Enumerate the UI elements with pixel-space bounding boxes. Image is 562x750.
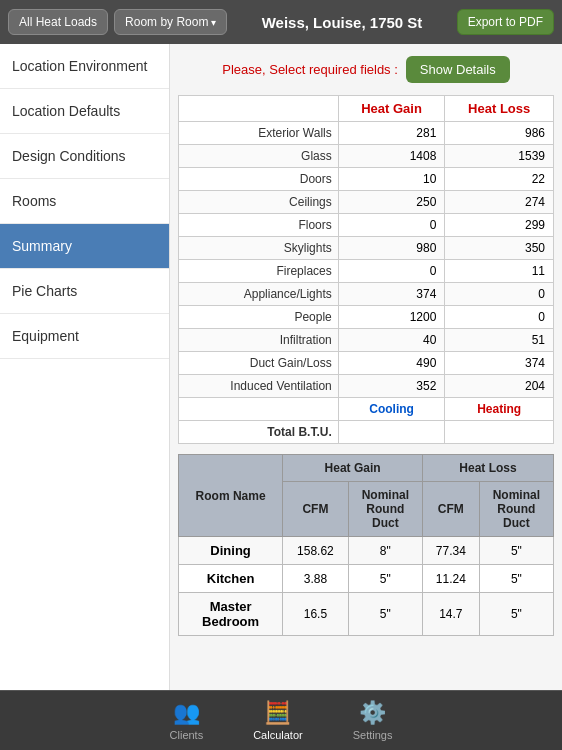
heating-label: Heating xyxy=(445,398,554,421)
room-name-cell: MasterBedroom xyxy=(179,593,283,636)
cooling-value: 5385 xyxy=(338,421,445,444)
table-row: Doors 10 22 xyxy=(179,168,554,191)
heat-loss-value: 22 xyxy=(445,168,554,191)
row-label: Floors xyxy=(179,214,339,237)
export-pdf-button[interactable]: Export to PDF xyxy=(457,9,554,35)
row-label: Induced Ventilation xyxy=(179,375,339,398)
heat-gain-value: 281 xyxy=(338,122,445,145)
table-row: Kitchen 3.88 5" 11.24 5" xyxy=(179,565,554,593)
sidebar-item-equipment[interactable]: Equipment xyxy=(0,314,169,359)
room-name-cell: Dining xyxy=(179,537,283,565)
heat-gain-value: 10 xyxy=(338,168,445,191)
heat-gain-header: Heat Gain xyxy=(338,96,445,122)
notice-bar: Please, Select required fields : Show De… xyxy=(178,52,554,87)
sidebar-item-location-defaults[interactable]: Location Defaults xyxy=(0,89,169,134)
table-row: Infiltration 40 51 xyxy=(179,329,554,352)
hg-cfm-cell: 158.62 xyxy=(283,537,349,565)
room-by-room-button[interactable]: Room by Room xyxy=(114,9,227,35)
heat-loss-value: 0 xyxy=(445,283,554,306)
heat-gain-value: 1408 xyxy=(338,145,445,168)
table-row: Fireplaces 0 11 xyxy=(179,260,554,283)
heat-gain-value: 1200 xyxy=(338,306,445,329)
notice-text: Please, Select required fields : xyxy=(222,62,398,77)
sidebar-item-summary[interactable]: Summary xyxy=(0,224,169,269)
show-details-button[interactable]: Show Details xyxy=(406,56,510,83)
room-table: Room Name Heat Gain Heat Loss CFM Nomina… xyxy=(178,454,554,636)
hl-cfm-cell: 11.24 xyxy=(422,565,479,593)
heat-loss-value: 1539 xyxy=(445,145,554,168)
heat-gain-value: 980 xyxy=(338,237,445,260)
calculator-icon: 🧮 xyxy=(264,700,291,726)
nav-item-settings[interactable]: ⚙️ Settings xyxy=(353,700,393,741)
table-row: Appliance/Lights 374 0 xyxy=(179,283,554,306)
bottom-nav: 👥 Clients 🧮 Calculator ⚙️ Settings xyxy=(0,690,562,750)
hg-duct-header: NominalRoundDuct xyxy=(348,482,422,537)
heat-loss-value: 374 xyxy=(445,352,554,375)
heat-loss-value: 299 xyxy=(445,214,554,237)
row-label xyxy=(179,398,339,421)
row-label: Doors xyxy=(179,168,339,191)
settings-label: Settings xyxy=(353,729,393,741)
sidebar-item-pie-charts[interactable]: Pie Charts xyxy=(0,269,169,314)
room-name-header: Room Name xyxy=(179,455,283,537)
heat-gain-value: 40 xyxy=(338,329,445,352)
heat-loss-value: 51 xyxy=(445,329,554,352)
hl-cfm-header: CFM xyxy=(422,482,479,537)
hl-cfm-cell: 77.34 xyxy=(422,537,479,565)
table-row: People 1200 0 xyxy=(179,306,554,329)
page-title: Weiss, Louise, 1750 St xyxy=(233,14,450,31)
row-label: Skylights xyxy=(179,237,339,260)
table-row: Skylights 980 350 xyxy=(179,237,554,260)
table-row: Induced Ventilation 352 204 xyxy=(179,375,554,398)
heat-gain-section-header: Heat Gain xyxy=(283,455,423,482)
row-label: Exterior Walls xyxy=(179,122,339,145)
main-layout: Location Environment Location Defaults D… xyxy=(0,44,562,690)
table-row: Floors 0 299 xyxy=(179,214,554,237)
table-row: Glass 1408 1539 xyxy=(179,145,554,168)
table-row: Dining 158.62 8" 77.34 5" xyxy=(179,537,554,565)
cooling-label: Cooling xyxy=(338,398,445,421)
heat-gain-value: 374 xyxy=(338,283,445,306)
hl-cfm-cell: 14.7 xyxy=(422,593,479,636)
sidebar: Location Environment Location Defaults D… xyxy=(0,44,170,690)
table-row: Duct Gain/Loss 490 374 xyxy=(179,352,554,375)
heat-gain-value: 0 xyxy=(338,214,445,237)
hl-duct-header: NominalRoundDuct xyxy=(479,482,553,537)
heat-gain-value: 490 xyxy=(338,352,445,375)
clients-label: Clients xyxy=(170,729,204,741)
hl-duct-cell: 5" xyxy=(479,565,553,593)
settings-icon: ⚙️ xyxy=(359,700,386,726)
hg-cfm-cell: 16.5 xyxy=(283,593,349,636)
sidebar-item-rooms[interactable]: Rooms xyxy=(0,179,169,224)
nav-item-clients[interactable]: 👥 Clients xyxy=(170,700,204,741)
row-label: Appliance/Lights xyxy=(179,283,339,306)
sidebar-item-design-conditions[interactable]: Design Conditions xyxy=(0,134,169,179)
row-label: Duct Gain/Loss xyxy=(179,352,339,375)
heat-gain-value: 352 xyxy=(338,375,445,398)
hg-duct-cell: 8" xyxy=(348,537,422,565)
calculator-label: Calculator xyxy=(253,729,303,741)
content-area: Please, Select required fields : Show De… xyxy=(170,44,562,690)
hl-duct-cell: 5" xyxy=(479,593,553,636)
row-label: Fireplaces xyxy=(179,260,339,283)
all-heat-loads-button[interactable]: All Heat Loads xyxy=(8,9,108,35)
hg-duct-cell: 5" xyxy=(348,565,422,593)
hg-duct-cell: 5" xyxy=(348,593,422,636)
table-row: Ceilings 250 274 xyxy=(179,191,554,214)
nav-item-calculator[interactable]: 🧮 Calculator xyxy=(253,700,303,741)
heat-gain-value: 0 xyxy=(338,260,445,283)
room-name-cell: Kitchen xyxy=(179,565,283,593)
sidebar-item-location-environment[interactable]: Location Environment xyxy=(0,44,169,89)
hg-cfm-header: CFM xyxy=(283,482,349,537)
row-label: Glass xyxy=(179,145,339,168)
table-row: MasterBedroom 16.5 5" 14.7 5" xyxy=(179,593,554,636)
hg-cfm-cell: 3.88 xyxy=(283,565,349,593)
heat-loss-value: 350 xyxy=(445,237,554,260)
hl-duct-cell: 5" xyxy=(479,537,553,565)
top-bar: All Heat Loads Room by Room Weiss, Louis… xyxy=(0,0,562,44)
heat-loss-header: Heat Loss xyxy=(445,96,554,122)
heat-loss-value: 274 xyxy=(445,191,554,214)
heat-loss-value: 986 xyxy=(445,122,554,145)
heating-value: 4110 xyxy=(445,421,554,444)
total-label: Total B.T.U. xyxy=(179,421,339,444)
